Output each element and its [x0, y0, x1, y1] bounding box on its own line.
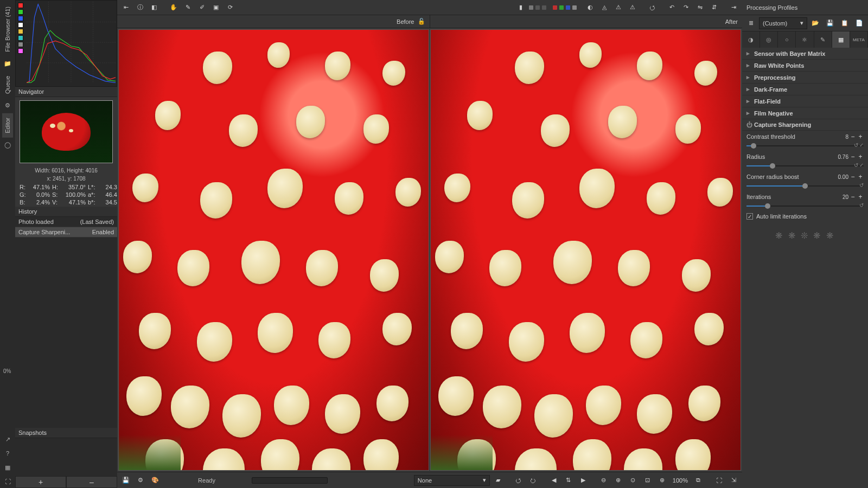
indicator-dot[interactable] [535, 5, 540, 10]
image-before[interactable] [118, 29, 429, 471]
picker-icon[interactable]: ✎ [181, 1, 194, 14]
grid-icon[interactable]: ▦ [2, 462, 13, 473]
tab-transform[interactable]: ✎ [814, 31, 832, 48]
indicator-green[interactable] [559, 5, 564, 10]
rotate-preview-icon[interactable]: ⭯ [512, 474, 525, 487]
flip-h-icon[interactable]: ⇋ [693, 1, 706, 14]
zoom-100-icon[interactable]: ⊕ [656, 474, 669, 487]
slider-iter[interactable]: ↺ [746, 202, 864, 210]
minus-button[interactable]: − [850, 153, 856, 160]
rotate-left-icon[interactable]: ⭯ [646, 1, 659, 14]
color-label-icon[interactable]: ▰ [492, 474, 505, 487]
aperture-icon[interactable]: ◯ [2, 140, 13, 151]
image-after[interactable] [430, 29, 741, 471]
indicator-red[interactable] [553, 5, 557, 10]
minus-button[interactable]: − [850, 133, 856, 140]
rotate-ccw-icon[interactable]: ↶ [665, 1, 678, 14]
profile-mode-icon[interactable]: ≣ [744, 17, 757, 30]
navigator-thumb[interactable] [20, 100, 113, 163]
history-row[interactable]: Capture Sharpeni...Enabled [15, 227, 117, 237]
lock-icon[interactable]: 🔓 [418, 18, 425, 25]
warning-icon[interactable]: ⚠ [612, 1, 625, 14]
rotate-cw-icon[interactable]: ↷ [679, 1, 692, 14]
profile-paste-icon[interactable]: 📄 [853, 17, 866, 30]
crop-icon[interactable]: ▣ [209, 1, 222, 14]
indicator-lum[interactable] [572, 5, 577, 10]
zoom-fit-icon[interactable]: ⊙ [627, 474, 640, 487]
gamut-icon[interactable]: ◐ [584, 1, 597, 14]
slider-radius[interactable]: ↺✓ [746, 162, 864, 170]
fullscreen-icon[interactable]: ⛶ [712, 474, 725, 487]
indicator-dot[interactable] [529, 5, 533, 10]
tab-queue[interactable]: Queue [2, 72, 13, 98]
queue-icon[interactable]: ⚙ [134, 474, 147, 487]
histogram[interactable] [15, 0, 117, 87]
snapshot-add-button[interactable]: + [15, 476, 66, 488]
profile-save-icon[interactable]: 💾 [824, 17, 837, 30]
snapshots-list[interactable] [15, 438, 117, 476]
history-list[interactable]: Photo loaded(Last Saved) Capture Sharpen… [15, 217, 117, 428]
section-rawwp[interactable]: ▸Raw White Points [742, 60, 868, 72]
before-after-icon[interactable]: ◧ [148, 1, 161, 14]
zoom-out-icon[interactable]: ⊖ [597, 474, 610, 487]
fullscreen-icon[interactable]: ⛶ [2, 476, 13, 487]
tab-raw[interactable]: ▦ [832, 31, 850, 48]
reset-icon[interactable]: ↺ [854, 162, 858, 168]
section-darkframe[interactable]: ▸Dark-Frame [742, 84, 868, 95]
indicator-dot[interactable] [542, 5, 546, 10]
warning2-icon[interactable]: ⚠ [626, 1, 639, 14]
snapshot-remove-button[interactable]: – [66, 476, 117, 488]
wb-picker-icon[interactable]: ✐ [195, 1, 208, 14]
profile-copy-icon[interactable]: 📋 [838, 17, 851, 30]
folder-icon[interactable]: 📁 [2, 59, 13, 69]
reset-icon[interactable]: ↺ [859, 202, 864, 208]
tab-color[interactable]: ○ [778, 31, 796, 48]
nav-prev-icon[interactable]: ◀ [547, 474, 560, 487]
info-icon[interactable]: ⓘ [133, 1, 146, 14]
slider-corner[interactable]: ↺ [746, 182, 864, 190]
zoom-crop-icon[interactable]: ⊡ [641, 474, 654, 487]
minus-button[interactable]: − [850, 194, 856, 200]
tab-editor[interactable]: Editor [2, 113, 13, 138]
external-editor-icon[interactable]: 🎨 [149, 474, 162, 487]
help-icon[interactable]: ? [2, 448, 13, 459]
panel-toggle-left-icon[interactable]: ⇤ [119, 1, 132, 14]
indicator-blue[interactable] [566, 5, 570, 10]
minus-button[interactable]: − [850, 174, 856, 180]
history-row[interactable]: Photo loaded(Last Saved) [15, 217, 117, 227]
panel-toggle-right-icon[interactable]: ⇥ [727, 1, 740, 14]
new-window-icon[interactable]: ⧉ [692, 474, 705, 487]
profile-load-icon[interactable]: 📂 [809, 17, 822, 30]
reset-icon[interactable]: ↺ [859, 182, 864, 188]
save-icon[interactable]: 💾 [119, 474, 132, 487]
section-flatfield[interactable]: ▸Flat-Field [742, 95, 868, 107]
plus-button[interactable]: + [857, 153, 864, 160]
straighten-icon[interactable]: ⟳ [224, 1, 237, 14]
plus-button[interactable]: + [857, 133, 864, 140]
gear-icon[interactable]: ⚙ [2, 100, 13, 111]
profile-select[interactable]: (Custom)▾ [759, 17, 807, 29]
plus-button[interactable]: + [857, 194, 864, 200]
tab-exposure[interactable]: ◑ [742, 31, 760, 48]
slider-contrast[interactable]: ↺✓ [746, 142, 864, 150]
flip-v-icon[interactable]: ⇵ [707, 1, 720, 14]
background-select[interactable]: None▾ [414, 475, 490, 486]
tab-file-browser[interactable]: File Browser (41) [2, 2, 13, 56]
reset-icon[interactable]: ↺ [854, 142, 858, 148]
arrow-icon[interactable]: ↗ [2, 434, 13, 445]
tab-meta[interactable]: META [850, 31, 868, 48]
section-filmneg[interactable]: ▸Film Negative [742, 107, 868, 119]
monitor-icon[interactable]: ▮ [514, 1, 527, 14]
tab-advanced[interactable]: ⚛ [796, 31, 814, 48]
flip-preview-icon[interactable]: ⭮ [527, 474, 540, 487]
tab-detail[interactable]: ◎ [760, 31, 778, 48]
zoom-in-icon[interactable]: ⊕ [612, 474, 625, 487]
auto-icon[interactable]: ✓ [859, 162, 864, 168]
section-preproc[interactable]: ▸Preprocessing [742, 72, 868, 84]
plus-button[interactable]: + [857, 174, 864, 180]
image-compare[interactable] [117, 28, 742, 472]
nav-sync-icon[interactable]: ⇅ [562, 474, 575, 487]
hand-icon[interactable]: ✋ [167, 1, 180, 14]
auto-icon[interactable]: ✓ [859, 142, 864, 148]
clip-shadow-icon[interactable]: ◬ [598, 1, 611, 14]
